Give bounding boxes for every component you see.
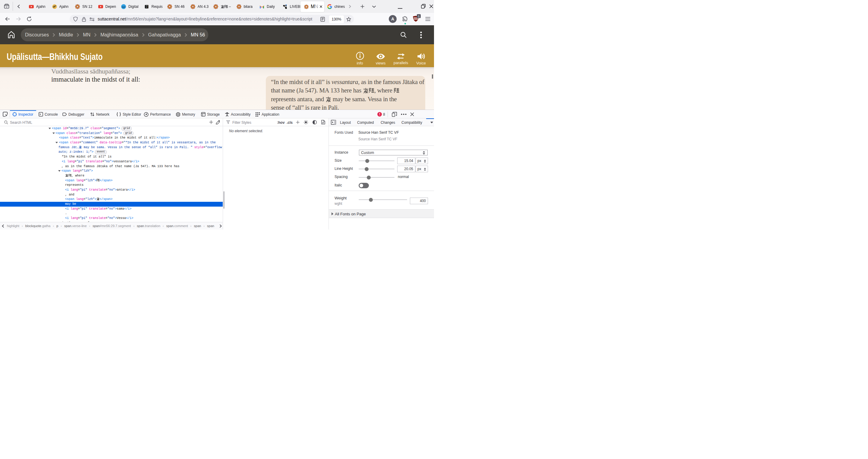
svg-text:dpd: dpd (122, 6, 125, 8)
svg-text:D: D (146, 7, 147, 8)
